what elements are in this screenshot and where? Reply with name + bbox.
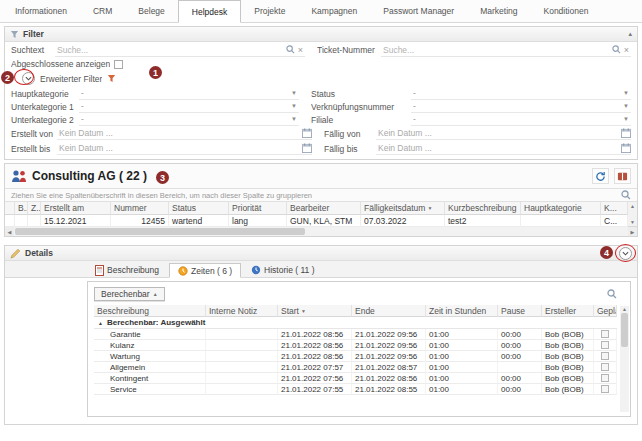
chevron-down-icon: ▼ [623,103,631,109]
group-row-label: Berechenbar: Ausgewählt [107,318,205,327]
tab-konditionen[interactable]: Konditionen [530,0,601,22]
geplant-checkbox[interactable] [601,352,609,360]
column-header[interactable]: Geplant [594,305,617,317]
filter-panel-header[interactable]: Filter ▴ [5,27,637,42]
time-row[interactable]: Kulanz 21.01.2022 08:56 21.01.2022 09:56… [94,340,617,351]
collapse-filter-icon[interactable]: ▴ [628,30,632,38]
cell-zeit: 01:00 [426,362,498,373]
tab-passwort-manager[interactable]: Passwort Manager [370,0,467,22]
geplant-checkbox[interactable] [601,374,609,382]
hauptkategorie-select[interactable]: - ▼ [79,88,299,100]
column-header[interactable]: Bearbeiter [287,202,361,215]
column-header[interactable]: Ende [352,305,426,317]
column-header[interactable]: Ersteller [542,305,594,317]
column-header[interactable]: K... [601,202,628,215]
time-row[interactable]: Allgemein 21.01.2022 07:57 21.01.2022 08… [94,362,617,373]
geplant-checkbox[interactable] [601,385,609,393]
expand-advanced-filter-button[interactable] [22,72,35,85]
search-icon[interactable] [612,45,621,54]
clear-search-icon[interactable]: × [624,45,629,55]
tickets-vertical-scrollbar[interactable]: ▲ ▼ [628,202,637,227]
time-row[interactable]: Wartung 21.01.2022 08:56 21.01.2022 09:5… [94,351,617,362]
status-select[interactable]: - ▼ [411,88,631,100]
cell-hauptkategorie [521,215,601,227]
cell-pause: 00:00 [498,373,542,384]
erstellt-von-date[interactable]: Kein Datum ... [57,127,312,140]
scroll-left-button[interactable]: ◀ [5,227,14,236]
open-record-button[interactable] [614,168,631,184]
tab-marketing[interactable]: Marketing [467,0,530,22]
collapse-details-button[interactable] [619,247,632,260]
geplant-checkbox[interactable] [601,341,609,349]
faellig-bis-date[interactable]: Kein Datum ... [376,142,631,155]
times-vertical-scrollbar[interactable]: ▲ [620,306,629,412]
group-by-bar[interactable]: Ziehen Sie eine Spaltenüberschrift in di… [5,188,637,202]
times-group-bar: Berechenbar ▲ [94,286,617,302]
ticket-nummer-label: Ticket-Nummer [317,45,381,55]
search-icon[interactable] [286,45,295,54]
tab-helpdesk[interactable]: Helpdesk [178,0,241,23]
filter-title: Filter [23,29,44,39]
grid-search-icon[interactable] [621,190,631,200]
cell-geplant [594,362,617,373]
erstellt-bis-date[interactable]: Kein Datum ... [57,142,312,155]
filiale-select[interactable]: - ▼ [411,114,631,126]
unterkategorie1-select[interactable]: - ▼ [79,101,299,113]
column-header[interactable]: Priorität [229,202,287,215]
scroll-down-icon[interactable]: ▼ [630,219,635,225]
times-search-icon[interactable] [607,289,617,299]
tab-beschreibung[interactable]: Beschreibung [87,263,167,277]
column-header[interactable]: Erstellt am [41,202,111,215]
group-chip-berechenbar[interactable]: Berechenbar ▲ [94,287,165,301]
scroll-up-button[interactable]: ▲ [622,306,627,312]
ticket-nummer-input[interactable] [383,45,609,55]
time-row[interactable]: Kontingent 21.01.2022 07:56 21.01.2022 0… [94,373,617,384]
row-gutter [5,215,15,227]
column-header[interactable]: Kurzbeschreibung [445,202,521,215]
column-header-faelligkeitsdatum[interactable]: Fälligkeitsdatum▼ [361,202,445,215]
tab-belege[interactable]: Belege [125,0,177,22]
column-header[interactable]: Pause [498,305,542,317]
scrollbar-thumb[interactable] [621,313,628,347]
column-header[interactable]: Hauptkategorie [521,202,601,215]
time-row[interactable]: Garantie 21.01.2022 08:56 21.01.2022 09:… [94,329,617,340]
column-header[interactable]: Beschreibung [94,305,206,317]
time-row[interactable]: Service 21.01.2022 07:55 21.01.2022 08:5… [94,384,617,395]
scroll-right-button[interactable]: ▶ [628,227,637,236]
refresh-button[interactable] [592,168,609,184]
abgeschlossene-checkbox[interactable] [114,60,123,69]
column-header[interactable]: B... [15,202,28,215]
scrollbar-thumb[interactable] [15,228,305,235]
group-row-berechenbar[interactable]: ▲ Berechenbar: Ausgewählt [94,317,617,329]
suchtext-input[interactable] [57,45,283,55]
column-header[interactable]: Status [169,202,229,215]
tab-informationen[interactable]: Informationen [2,0,80,22]
unterkategorie2-row: Unterkategorie 2 - ▼ Filiale - ▼ [5,113,637,126]
hauptkategorie-label: Hauptkategorie [11,89,79,99]
tab-zeiten[interactable]: Zeiten ( 6 ) [169,263,241,278]
scroll-up-icon[interactable]: ▲ [630,203,635,209]
column-header[interactable]: Zeit in Stunden [426,305,498,317]
column-header[interactable]: Interne Notiz [206,305,278,317]
column-header-start[interactable]: Start▼ [278,305,352,317]
clear-search-icon[interactable]: × [298,45,303,55]
geplant-checkbox[interactable] [601,330,609,338]
verknuepfungsnummer-select[interactable]: - ▼ [411,101,631,113]
geplant-checkbox[interactable] [601,363,609,371]
cell-start: 21.01.2022 08:56 [278,329,352,340]
ticket-row[interactable]: 15.12.2021 12455 wartend lang GUN, KLA, … [5,215,628,227]
details-header[interactable]: Details [5,246,637,261]
column-header[interactable]: Nummer [111,202,169,215]
unterkategorie2-select[interactable]: - ▼ [79,114,299,126]
tab-crm[interactable]: CRM [80,0,125,22]
faellig-von-date[interactable]: Kein Datum ... [376,127,631,140]
cell-ende: 21.01.2022 09:56 [352,340,426,351]
suchtext-field: × [55,44,305,57]
tab-kampagnen[interactable]: Kampagnen [298,0,370,22]
tab-historie[interactable]: Historie ( 11 ) [243,263,322,277]
tab-projekte[interactable]: Projekte [241,0,298,22]
tickets-horizontal-scrollbar[interactable]: ◀ ▶ [5,227,637,236]
cell-erstellt-am: 15.12.2021 [41,215,111,227]
column-header[interactable]: Z... [28,202,41,215]
cell-ende: 21.01.2022 09:56 [352,329,426,340]
